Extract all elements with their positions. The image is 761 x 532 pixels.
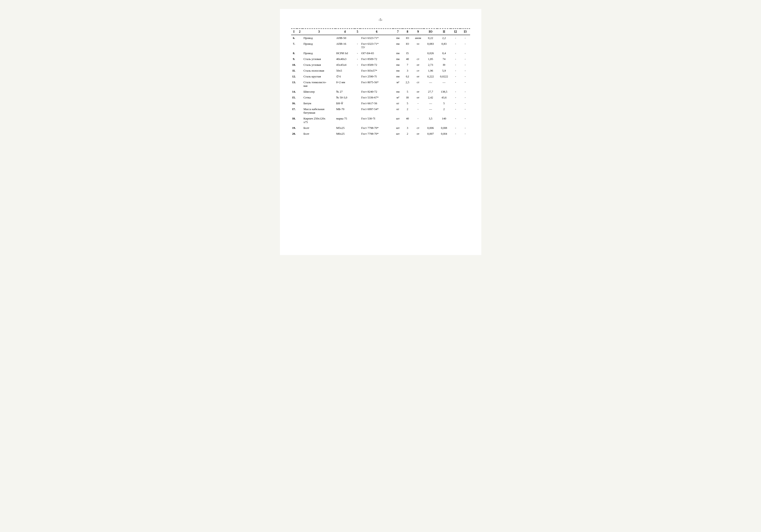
cell-row4-col7: 7 bbox=[402, 62, 412, 68]
cell-row2-col7: I5 bbox=[402, 50, 412, 56]
cell-row4-col11: - bbox=[451, 62, 460, 68]
cell-row14-col4 bbox=[355, 131, 361, 137]
cell-row0-col8: аном bbox=[412, 35, 424, 41]
cell-row9-col7: I8 bbox=[402, 94, 412, 100]
cell-row0-col7: IO bbox=[402, 35, 412, 41]
cell-row13-col9: 0,006 bbox=[424, 125, 437, 131]
cell-row6-col7: 0,I bbox=[402, 74, 412, 80]
cell-row3-col5: Гост 8509-72 bbox=[360, 56, 393, 62]
cell-row14-col6: шт bbox=[393, 131, 403, 137]
cell-row11-col7: 2 bbox=[402, 106, 412, 116]
cell-row5-col11: - bbox=[451, 68, 460, 74]
cell-row2-col8 bbox=[412, 50, 424, 56]
cell-row9-col9: 2,42 bbox=[424, 94, 437, 100]
cell-row13-col2: Болт bbox=[303, 125, 335, 131]
cell-row1-col0: 7. bbox=[291, 41, 297, 50]
cell-row8-col0: 14. bbox=[291, 89, 297, 94]
cell-row7-col3: δ=2 мм bbox=[335, 80, 355, 89]
cell-row12-col4 bbox=[355, 116, 361, 125]
cell-row5-col2: Сталь полосовая bbox=[303, 68, 335, 74]
cell-row13-col0: 19. bbox=[291, 125, 297, 131]
cell-row14-col0: 20. bbox=[291, 131, 297, 137]
cell-row0-col10: 2,2 bbox=[437, 35, 451, 41]
page: -5- I 2 3 4 5 6 7 8 9 IO II I2 I3 6.Пров… bbox=[280, 9, 481, 255]
cell-row4-col10: I9 bbox=[437, 62, 451, 68]
cell-row4-col6: пм bbox=[393, 62, 403, 68]
table-row: 12.Сталь круглая∅ 6Гост 2590-7Iпм0,Iот0,… bbox=[291, 74, 470, 80]
cell-row0-col12: - bbox=[460, 35, 470, 41]
cell-row8-col6: пм bbox=[393, 89, 403, 94]
cell-row9-col0: I5. bbox=[291, 94, 297, 100]
cell-row5-col7: 3 bbox=[402, 68, 412, 74]
cell-row14-col8: от bbox=[412, 131, 424, 137]
table-row: 14.Швеллер№ 27Гост 8240-72пм5от27,7138,5… bbox=[291, 89, 470, 94]
cell-row6-col9: 0,222 bbox=[424, 74, 437, 80]
cell-row14-col2: Болт bbox=[303, 131, 335, 137]
table-row: 10.Сталь угловая45x45x4-Гост 8509-72пм7о… bbox=[291, 62, 470, 68]
cell-row11-col11: - bbox=[451, 106, 460, 116]
cell-row10-col2: Битум bbox=[303, 100, 335, 106]
cell-row11-col12: - bbox=[460, 106, 470, 116]
cell-row12-col11: - bbox=[451, 116, 460, 125]
cell-row8-col7: 5 bbox=[402, 89, 412, 94]
cell-row12-col6: шт bbox=[393, 116, 403, 125]
cell-row1-col8: -п- bbox=[412, 41, 424, 50]
header-col11: II bbox=[437, 29, 451, 35]
cell-row2-col11: - bbox=[451, 50, 460, 56]
cell-row7-col7: 2,5 bbox=[402, 80, 412, 89]
cell-row13-col5: Гост 7798-70* bbox=[360, 125, 393, 131]
table-row: I6.БитумБН-V̈Гост 6617-56кт5-—5-- bbox=[291, 100, 470, 106]
header-col6: 6 bbox=[360, 29, 393, 35]
cell-row8-col9: 27,7 bbox=[424, 89, 437, 94]
cell-row14-col1 bbox=[297, 131, 303, 137]
cell-row12-col2: Кирпич 250x120xx75 bbox=[303, 116, 335, 125]
cell-row13-col3: М5x25 bbox=[335, 125, 355, 131]
cell-row10-col10: 5 bbox=[437, 100, 451, 106]
table-row: 7.ПроводАПВ-16-Гост 6323-71*ТУпмIO-п-0,0… bbox=[291, 41, 470, 50]
cell-row12-col10: 140 bbox=[437, 116, 451, 125]
cell-row12-col8: - bbox=[412, 116, 424, 125]
cell-row14-col12: - bbox=[460, 131, 470, 137]
cell-row9-col4 bbox=[355, 94, 361, 100]
cell-row8-col10: 138,5 bbox=[437, 89, 451, 94]
cell-row2-col3: НСРИ IxI bbox=[335, 50, 355, 56]
header-col9: 9 bbox=[412, 29, 424, 35]
cell-row10-col11: - bbox=[451, 100, 460, 106]
cell-row13-col8: ст bbox=[412, 125, 424, 131]
cell-row8-col2: Швеллер bbox=[303, 89, 335, 94]
cell-row9-col10: 43,6 bbox=[437, 94, 451, 100]
cell-row1-col1 bbox=[297, 41, 303, 50]
cell-row1-col9: 0,083 bbox=[424, 41, 437, 50]
cell-row6-col1 bbox=[297, 74, 303, 80]
cell-row2-col1 bbox=[297, 50, 303, 56]
cell-row7-col4 bbox=[355, 80, 361, 89]
cell-row11-col5: Гост 6997-54* bbox=[360, 106, 393, 116]
cell-row12-col0: I8. bbox=[291, 116, 297, 125]
header-col2: 2 bbox=[297, 29, 303, 35]
table-row: 9.Сталь угловая40x40x3-Гост 8509-72пм40с… bbox=[291, 56, 470, 62]
cell-row1-col10: 0,83 bbox=[437, 41, 451, 50]
cell-row6-col8: от bbox=[412, 74, 424, 80]
cell-row11-col3: МБ-70 bbox=[335, 106, 355, 116]
cell-row9-col1 bbox=[297, 94, 303, 100]
header-col10: IO bbox=[424, 29, 437, 35]
cell-row8-col3: № 27 bbox=[335, 89, 355, 94]
table-row: I7.Масса кабельнаябитумнаяМБ-70Гост 6997… bbox=[291, 106, 470, 116]
cell-row3-col7: 40 bbox=[402, 56, 412, 62]
cell-row1-col11: - bbox=[451, 41, 460, 50]
table-row: I8.Кирпич 250x120xx75марка 75Гост 530-7I… bbox=[291, 116, 470, 125]
cell-row7-col9: — bbox=[424, 80, 437, 89]
cell-row8-col11: - bbox=[451, 89, 460, 94]
cell-row11-col10: 2 bbox=[437, 106, 451, 116]
cell-row4-col5: Гост 8509-72 bbox=[360, 62, 393, 68]
cell-row4-col12: - bbox=[460, 62, 470, 68]
cell-row4-col4: - bbox=[355, 62, 361, 68]
cell-row1-col5: Гост 6323-71*ТУ bbox=[360, 41, 393, 50]
page-number: -5- bbox=[291, 18, 470, 22]
cell-row5-col10: 5,9 bbox=[437, 68, 451, 74]
main-table: I 2 3 4 5 6 7 8 9 IO II I2 I3 6.ПроводАП… bbox=[291, 29, 470, 137]
cell-row10-col9: — bbox=[424, 100, 437, 106]
cell-row11-col4 bbox=[355, 106, 361, 116]
cell-row4-col3: 45x45x4 bbox=[335, 62, 355, 68]
cell-row4-col9: 2,73 bbox=[424, 62, 437, 68]
